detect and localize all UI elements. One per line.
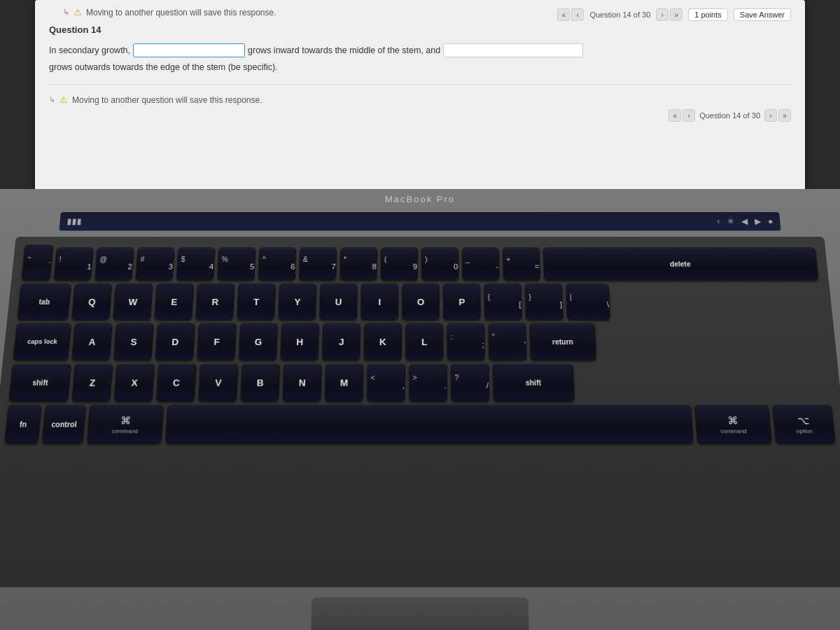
key-p[interactable]: P: [443, 284, 481, 320]
key-shift-right[interactable]: shift: [493, 364, 575, 402]
nav-prev[interactable]: «: [557, 8, 570, 21]
key-return[interactable]: return: [529, 323, 596, 360]
question-text-middle: grows inward towards the middle of the s…: [248, 43, 440, 57]
nav-arrows[interactable]: « ‹: [557, 8, 584, 21]
key-u[interactable]: U: [319, 284, 358, 320]
key-9[interactable]: ( 9: [381, 248, 418, 281]
key-o[interactable]: O: [402, 284, 440, 320]
key-w[interactable]: W: [113, 284, 153, 320]
screen: ↳ ⚠ Moving to another question will save…: [35, 0, 805, 189]
bottom-nav-back[interactable]: ‹: [682, 109, 695, 122]
keyboard-wrapper: MacBook Pro ▮▮▮ ‹ ✳ ◀ ▶ ● ~ ` !: [0, 189, 840, 630]
key-r[interactable]: R: [195, 284, 234, 320]
key-l[interactable]: L: [405, 323, 443, 360]
key-backslash[interactable]: | \: [566, 284, 610, 320]
key-m[interactable]: M: [325, 364, 364, 402]
key-control-left[interactable]: control: [42, 405, 86, 444]
key-delete[interactable]: delete: [543, 248, 819, 281]
key-n[interactable]: N: [283, 364, 322, 402]
option-label: option: [796, 428, 813, 435]
key-x[interactable]: X: [114, 364, 155, 402]
key-command-left[interactable]: ⌘ command: [87, 405, 164, 444]
key-j[interactable]: J: [322, 323, 360, 360]
key-bracket-right[interactable]: } ]: [525, 284, 564, 320]
key-h[interactable]: H: [280, 323, 319, 360]
save-answer-button[interactable]: Save Answer: [734, 8, 791, 21]
bottom-nav-arrows[interactable]: « ‹: [668, 109, 695, 122]
key-k[interactable]: K: [363, 323, 402, 360]
key-g[interactable]: G: [239, 323, 278, 360]
key-2[interactable]: @ 2: [94, 248, 134, 281]
key-quote[interactable]: " ': [488, 323, 526, 360]
key-equals[interactable]: + =: [503, 248, 540, 281]
nav-arrows-forward[interactable]: › »: [656, 8, 682, 21]
key-3[interactable]: # 3: [135, 248, 174, 281]
key-q[interactable]: Q: [71, 284, 112, 320]
question-body: In secondary growth, grows inward toward…: [49, 43, 791, 74]
key-v[interactable]: V: [198, 364, 238, 402]
touch-bar-right-icons: ‹ ✳ ◀ ▶ ●: [717, 217, 774, 226]
key-t[interactable]: T: [237, 284, 276, 320]
question-counter-top: Question 14 of 30: [589, 10, 650, 19]
key-8[interactable]: * 8: [340, 248, 377, 281]
warning-icon-bottom: ⚠: [59, 94, 68, 105]
key-space[interactable]: [165, 405, 694, 444]
key-y[interactable]: Y: [278, 284, 316, 320]
key-i[interactable]: I: [360, 284, 398, 320]
bottom-nav-prev[interactable]: «: [668, 109, 681, 122]
bottom-nav-next[interactable]: ›: [764, 109, 777, 122]
key-period[interactable]: > .: [409, 364, 447, 402]
key-0[interactable]: ) 0: [421, 248, 458, 281]
trackpad[interactable]: [310, 597, 530, 630]
fill-blank-input-2[interactable]: [443, 43, 583, 57]
nav-next[interactable]: ›: [656, 8, 668, 21]
key-semicolon[interactable]: : ;: [447, 323, 485, 360]
question-counter-bottom: Question 14 of 30: [699, 111, 760, 120]
key-comma[interactable]: < ,: [367, 364, 405, 402]
warning-text-top: Moving to another question will save thi…: [86, 8, 276, 18]
key-b[interactable]: B: [240, 364, 280, 402]
key-e[interactable]: E: [154, 284, 194, 320]
key-command-right[interactable]: ⌘ command: [694, 405, 772, 444]
key-z[interactable]: Z: [71, 364, 113, 402]
key-1[interactable]: ! 1: [54, 248, 94, 281]
bottom-nav-arrows-fwd[interactable]: › »: [764, 109, 791, 122]
warning-bar-bottom: ↳ ⚠ Moving to another question will save…: [49, 94, 791, 105]
laptop-body: MacBook Pro ▮▮▮ ‹ ✳ ◀ ▶ ● ~ ` !: [0, 189, 840, 630]
key-s[interactable]: S: [113, 323, 154, 360]
bottom-nav-last[interactable]: »: [778, 109, 791, 122]
key-fn[interactable]: fn: [4, 405, 41, 444]
arrow-icon-bottom: ↳: [49, 95, 55, 104]
option-symbol: ⌥: [797, 414, 810, 426]
question-text-before: In secondary growth,: [49, 43, 130, 57]
key-a[interactable]: A: [71, 323, 113, 360]
nav-last[interactable]: »: [670, 8, 682, 21]
key-c[interactable]: C: [156, 364, 197, 402]
volume-icon: ◀: [741, 217, 748, 226]
key-5[interactable]: % 5: [217, 248, 255, 281]
zxcv-row: shift Z X C V B N M < , > . ?: [9, 364, 832, 402]
divider: [49, 84, 791, 85]
key-shift-left[interactable]: shift: [9, 364, 71, 402]
key-d[interactable]: D: [155, 323, 195, 360]
color-circle-icon: ●: [767, 217, 774, 226]
key-7[interactable]: & 7: [299, 248, 337, 281]
key-caps-lock[interactable]: caps lock: [13, 323, 71, 360]
nav-back[interactable]: ‹: [571, 8, 584, 21]
command-symbol-left: ⌘: [120, 414, 132, 426]
key-4[interactable]: $ 4: [176, 248, 216, 281]
command-symbol-right: ⌘: [727, 414, 738, 426]
mute-icon: ▶: [754, 217, 761, 226]
top-controls: « ‹ Question 14 of 30 › » 1 points Save …: [557, 8, 791, 21]
key-tab[interactable]: tab: [18, 284, 71, 320]
key-minus[interactable]: _ -: [462, 248, 500, 281]
key-bracket-left[interactable]: { [: [484, 284, 522, 320]
question-title: Question 14: [49, 24, 791, 35]
brightness-icon: ✳: [727, 217, 734, 226]
key-backtick[interactable]: ~ `: [22, 245, 54, 281]
key-option[interactable]: ⌥ option: [772, 405, 835, 444]
key-slash[interactable]: ? /: [451, 364, 489, 402]
key-6[interactable]: ^ 6: [258, 248, 297, 281]
fill-blank-input-1[interactable]: [133, 43, 245, 57]
key-f[interactable]: F: [197, 323, 237, 360]
